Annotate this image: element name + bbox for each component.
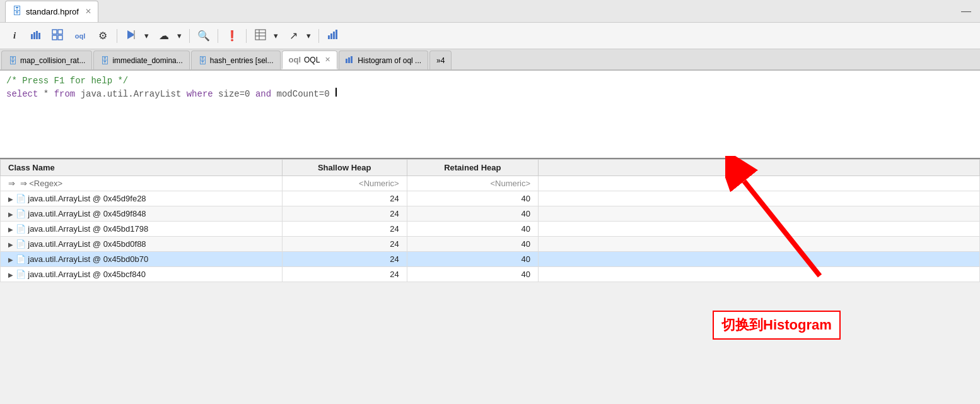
tab-hash-label: hash_entries [sel... — [210, 56, 274, 65]
separator-4 — [246, 29, 247, 43]
gear-icon: ⚙ — [98, 30, 107, 42]
row-class-label: java.util.ArrayList @ 0x45d9fe28 — [28, 194, 146, 203]
row-class-label: java.util.ArrayList @ 0x45bd0b70 — [28, 254, 148, 264]
editor-condition2: modCount=0 — [277, 89, 330, 99]
info-icon: i — [13, 30, 16, 41]
grid-button[interactable] — [48, 27, 67, 45]
export-button[interactable]: ↗ — [284, 27, 303, 45]
cloud-dropdown[interactable]: ▾ — [174, 27, 185, 45]
editor-area[interactable]: /* Press F1 for help */ select * from ja… — [0, 71, 980, 159]
chinese-text: 切换到Histogram — [721, 317, 832, 333]
row-class-label: java.util.ArrayList @ 0x45bd0f88 — [28, 239, 146, 249]
editor-keyword-select: select — [6, 89, 38, 99]
table-row[interactable]: ▶ 📄 java.util.ArrayList @ 0x45d9f848 24 … — [1, 206, 980, 222]
row-shallow-3: 24 — [282, 222, 407, 237]
editor-comment: /* Press F1 for help */ — [6, 76, 128, 86]
editor-space1: * — [44, 89, 54, 99]
editor-keyword-where: where — [187, 89, 213, 99]
export-icon: ↗ — [289, 30, 298, 42]
export-group: ↗ ▾ — [284, 27, 314, 45]
svg-rect-3 — [38, 33, 40, 39]
row-extra-5 — [539, 252, 980, 267]
title-bar-right: — — [957, 4, 975, 18]
svg-rect-10 — [255, 30, 265, 40]
db-icon: 🗄 — [12, 6, 22, 17]
table-row[interactable]: ▶ 📄 java.util.ArrayList @ 0x45d9fe28 24 … — [1, 191, 980, 206]
gear-button[interactable]: ⚙ — [93, 27, 112, 45]
filter-extra — [539, 176, 980, 191]
svg-rect-5 — [58, 30, 62, 34]
exclamation-button[interactable]: ❗ — [223, 27, 242, 45]
table-dropdown[interactable]: ▾ — [271, 27, 281, 45]
row-shallow-4: 24 — [282, 237, 407, 252]
filter-shallow[interactable]: <Numeric> — [282, 176, 407, 191]
dropdown-arrow-icon: ▾ — [144, 31, 149, 40]
row-arrow-icon: ▶ — [8, 256, 13, 263]
main-content: /* Press F1 for help */ select * from ja… — [0, 71, 980, 282]
export-dropdown-arrow-icon: ▾ — [306, 31, 311, 40]
stats-icon — [327, 29, 339, 43]
barchart-icon — [30, 29, 42, 43]
regex-icon: ⇒ — [8, 179, 15, 188]
main-tab[interactable]: 🗄 standard.hprof ✕ — [5, 1, 98, 22]
stats-button[interactable] — [324, 27, 342, 45]
tab-overflow[interactable]: »4 — [429, 50, 452, 69]
row-extra-4 — [539, 237, 980, 252]
filter-class[interactable]: ⇒ ⇒ <Regex> — [1, 176, 283, 191]
play-group: ▾ — [122, 27, 152, 45]
tab-oql[interactable]: oql OQL ✕ — [282, 50, 338, 69]
main-tab-close[interactable]: ✕ — [85, 7, 91, 16]
search-button[interactable]: 🔍 — [194, 27, 213, 45]
table-button[interactable] — [251, 27, 270, 45]
row-class-label: java.util.ArrayList @ 0x45bd1798 — [28, 224, 148, 234]
row-shallow-5: 24 — [282, 252, 407, 267]
table-row[interactable]: ▶ 📄 java.util.ArrayList @ 0x45bd0f88 24 … — [1, 237, 980, 252]
tab-map[interactable]: 🗄 map_collision_rat... — [1, 50, 92, 69]
editor-keyword-and: and — [255, 89, 271, 99]
exclamation-icon: ❗ — [226, 30, 238, 42]
row-file-icon: 📄 — [16, 254, 28, 264]
table-icon — [255, 29, 266, 43]
regex-label: ⇒ <Regex> — [20, 179, 62, 188]
row-shallow-2: 24 — [282, 206, 407, 222]
editor-line2: select * from java.util.ArrayList where … — [6, 88, 974, 101]
play-dropdown[interactable]: ▾ — [141, 27, 152, 45]
row-retained-6: 40 — [407, 267, 538, 282]
oql-button[interactable]: oql — [69, 27, 91, 45]
main-tab-label: standard.hprof — [26, 7, 79, 16]
row-arrow-icon: ▶ — [8, 226, 13, 233]
table-row[interactable]: ▶ 📄 java.util.ArrayList @ 0x45bcf840 24 … — [1, 267, 980, 282]
editor-cursor — [335, 88, 337, 97]
info-button[interactable]: i — [5, 27, 24, 45]
separator-2 — [189, 29, 190, 43]
tab-histogram[interactable]: Histogram of oql ... — [339, 50, 428, 69]
svg-rect-18 — [346, 59, 347, 63]
export-dropdown[interactable]: ▾ — [303, 27, 314, 45]
row-file-icon: 📄 — [16, 224, 28, 234]
row-retained-3: 40 — [407, 222, 538, 237]
row-shallow-6: 24 — [282, 267, 407, 282]
barchart-button[interactable] — [26, 27, 45, 45]
tab-histogram-label: Histogram of oql ... — [358, 56, 421, 65]
cloud-group: ☁ ▾ — [155, 27, 185, 45]
svg-rect-2 — [36, 31, 38, 39]
filter-retained[interactable]: <Numeric> — [407, 176, 538, 191]
tab-hash[interactable]: 🗄 hash_entries [sel... — [191, 50, 281, 69]
table-group: ▾ — [251, 27, 281, 45]
svg-rect-9 — [134, 30, 135, 39]
row-extra-6 — [539, 267, 980, 282]
play-button[interactable] — [122, 27, 141, 45]
oql-icon: oql — [75, 32, 86, 40]
row-arrow-icon: ▶ — [8, 241, 13, 248]
svg-rect-19 — [348, 57, 350, 63]
row-arrow-icon: ▶ — [8, 271, 13, 278]
tab-immediate[interactable]: 🗄 immediate_domina... — [93, 50, 189, 69]
table-row[interactable]: ▶ 📄 java.util.ArrayList @ 0x45bd1798 24 … — [1, 222, 980, 237]
title-bar-left: 🗄 standard.hprof ✕ — [5, 1, 98, 22]
row-arrow-icon: ▶ — [8, 196, 13, 203]
minimize-button[interactable]: — — [957, 4, 975, 18]
cloud-button[interactable]: ☁ — [155, 27, 173, 45]
chinese-annotation: 切换到Histogram — [713, 311, 841, 340]
table-row[interactable]: ▶ 📄 java.util.ArrayList @ 0x45bd0b70 24 … — [1, 252, 980, 267]
tab-oql-close[interactable]: ✕ — [325, 56, 330, 64]
